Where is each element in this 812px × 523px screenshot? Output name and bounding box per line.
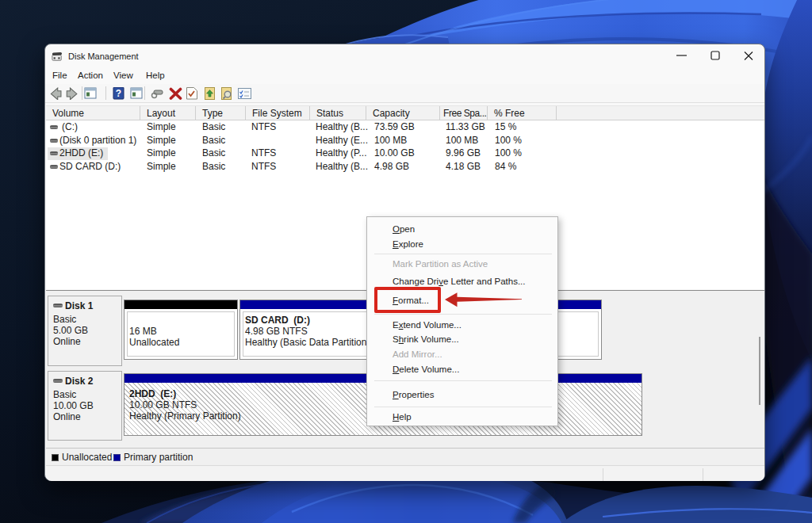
svg-text:?: ? bbox=[116, 88, 121, 99]
